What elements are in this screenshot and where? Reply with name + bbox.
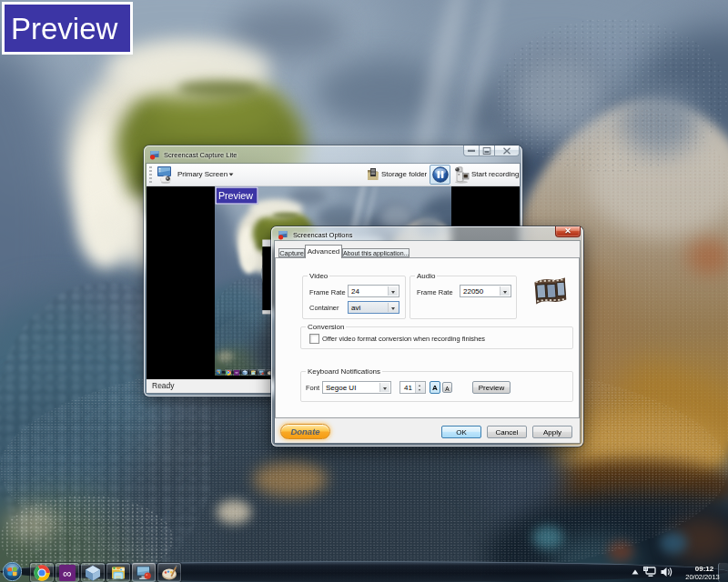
svg-text:∞: ∞ <box>236 370 238 375</box>
svg-text:∞: ∞ <box>63 567 71 580</box>
